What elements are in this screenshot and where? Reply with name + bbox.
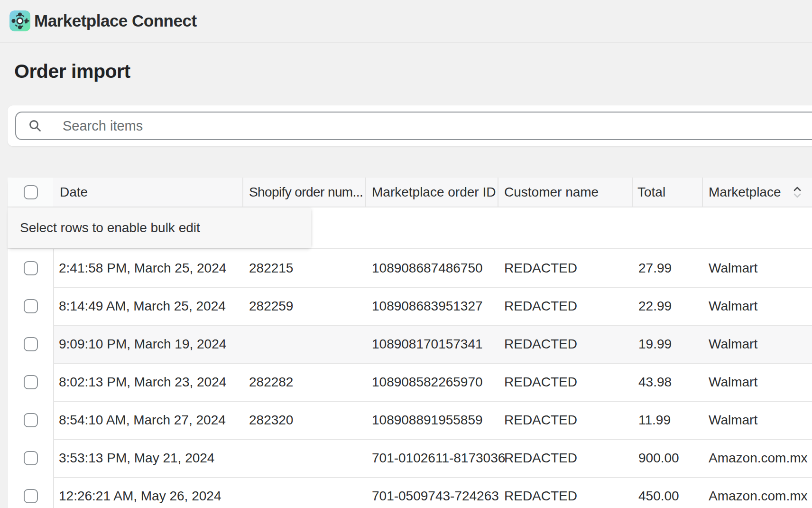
- cell-marketplace-order-id: 701-0509743-724263: [366, 477, 498, 508]
- cell-customer-name: REDACTED: [498, 477, 633, 508]
- cell-marketplace-order-id: 108908683951327: [366, 287, 498, 325]
- row-checkbox-cell: [8, 249, 53, 287]
- row-checkbox[interactable]: [24, 261, 38, 275]
- cell-date: 9:09:10 PM, March 19, 2024: [53, 325, 243, 363]
- cell-shopify-order-number: 282282: [243, 363, 366, 401]
- cell-customer-name: REDACTED: [498, 439, 633, 477]
- table-row: 3:53:13 PM, May 21, 2024 701-0102611-817…: [8, 439, 812, 477]
- app-title: Marketplace Connect: [34, 11, 197, 30]
- search-placeholder: Search items: [63, 118, 143, 134]
- cell-shopify-order-number: 282320: [243, 401, 366, 439]
- table-header-row: Date Shopify order num... Marketplace or…: [8, 178, 812, 207]
- table-body: 2:41:58 PM, March 25, 2024 282215 108908…: [8, 249, 812, 508]
- row-content[interactable]: 8:02:13 PM, March 23, 2024 282282 108908…: [53, 363, 812, 401]
- table-row: 8:54:10 AM, March 27, 2024 282320 108908…: [8, 401, 812, 439]
- cell-marketplace-order-id: 108908687486750: [366, 249, 498, 287]
- cell-customer-name: REDACTED: [498, 249, 633, 287]
- row-checkbox-cell: [8, 401, 53, 439]
- column-header-total[interactable]: Total: [633, 178, 703, 207]
- row-checkbox[interactable]: [24, 413, 38, 427]
- cell-marketplace: Walmart: [703, 401, 812, 439]
- row-checkbox[interactable]: [24, 337, 38, 351]
- table-row: 9:09:10 PM, March 19, 2024 1089081701573…: [8, 325, 812, 363]
- cell-shopify-order-number: [243, 477, 366, 508]
- app-logo-icon: [9, 10, 30, 31]
- cell-customer-name: REDACTED: [498, 401, 633, 439]
- select-all-cell: [8, 178, 53, 207]
- cell-customer-name: REDACTED: [498, 287, 633, 325]
- select-all-checkbox[interactable]: [24, 185, 38, 199]
- cell-total: 22.99: [633, 287, 703, 325]
- cell-total: 27.99: [633, 249, 703, 287]
- row-content[interactable]: 8:14:49 AM, March 25, 2024 282259 108908…: [53, 287, 812, 325]
- search-input[interactable]: Search items: [15, 112, 812, 140]
- cell-marketplace: Walmart: [703, 249, 812, 287]
- search-card: Search items: [8, 105, 812, 146]
- cell-customer-name: REDACTED: [498, 325, 633, 363]
- column-header-marketplace-order-id[interactable]: Marketplace order ID: [366, 178, 498, 207]
- cell-marketplace-order-id: 701-0102611-8173036: [366, 439, 498, 477]
- cell-customer-name: REDACTED: [498, 363, 633, 401]
- row-checkbox-cell: [8, 287, 53, 325]
- row-checkbox-cell: [8, 325, 53, 363]
- cell-marketplace-order-id: 108908582265970: [366, 363, 498, 401]
- cell-total: 450.00: [633, 477, 703, 508]
- row-checkbox-cell: [8, 363, 53, 401]
- cell-total: 19.99: [633, 325, 703, 363]
- row-checkbox-cell: [8, 477, 53, 508]
- cell-date: 8:02:13 PM, March 23, 2024: [53, 363, 243, 401]
- row-checkbox[interactable]: [24, 489, 38, 503]
- column-header-marketplace-label: Marketplace: [709, 185, 781, 200]
- orders-table: Date Shopify order num... Marketplace or…: [8, 178, 812, 508]
- column-header-shopify-order-number[interactable]: Shopify order num...: [243, 178, 366, 207]
- table-row: 8:14:49 AM, March 25, 2024 282259 108908…: [8, 287, 812, 325]
- cell-marketplace: Walmart: [703, 325, 812, 363]
- row-content[interactable]: 12:26:21 AM, May 26, 2024 701-0509743-72…: [53, 477, 812, 508]
- row-checkbox-cell: [8, 439, 53, 477]
- cell-total: 11.99: [633, 401, 703, 439]
- cell-total: 43.98: [633, 363, 703, 401]
- cell-shopify-order-number: 282215: [243, 249, 366, 287]
- bulk-edit-hint-band: Select rows to enable bulk edit: [8, 207, 812, 249]
- search-icon: [28, 119, 42, 132]
- cell-date: 12:26:21 AM, May 26, 2024: [53, 477, 243, 508]
- column-header-customer-name[interactable]: Customer name: [498, 178, 633, 207]
- cell-date: 8:14:49 AM, March 25, 2024: [53, 287, 243, 325]
- cell-shopify-order-number: 282259: [243, 287, 366, 325]
- row-content[interactable]: 8:54:10 AM, March 27, 2024 282320 108908…: [53, 401, 812, 439]
- cell-total: 900.00: [633, 439, 703, 477]
- row-content[interactable]: 9:09:10 PM, March 19, 2024 1089081701573…: [53, 325, 812, 363]
- cell-shopify-order-number: [243, 439, 366, 477]
- cell-shopify-order-number: [243, 325, 366, 363]
- cell-marketplace: Walmart: [703, 287, 812, 325]
- sort-direction-icon[interactable]: [794, 186, 801, 198]
- table-row: 8:02:13 PM, March 23, 2024 282282 108908…: [8, 363, 812, 401]
- cell-marketplace-order-id: 108908891955859: [366, 401, 498, 439]
- row-content[interactable]: 2:41:58 PM, March 25, 2024 282215 108908…: [53, 249, 812, 287]
- bulk-edit-hint: Select rows to enable bulk edit: [8, 207, 311, 248]
- cell-marketplace: Amazon.com.mx: [703, 439, 812, 477]
- column-header-marketplace[interactable]: Marketplace: [703, 178, 812, 207]
- row-checkbox[interactable]: [24, 299, 38, 313]
- cell-date: 3:53:13 PM, May 21, 2024: [53, 439, 243, 477]
- column-header-date[interactable]: Date: [53, 178, 243, 207]
- cell-date: 8:54:10 AM, March 27, 2024: [53, 401, 243, 439]
- table-row: 12:26:21 AM, May 26, 2024 701-0509743-72…: [8, 477, 812, 508]
- row-checkbox[interactable]: [24, 375, 38, 389]
- cell-date: 2:41:58 PM, March 25, 2024: [53, 249, 243, 287]
- row-checkbox[interactable]: [24, 451, 38, 465]
- top-bar: Marketplace Connect: [0, 0, 812, 43]
- table-row: 2:41:58 PM, March 25, 2024 282215 108908…: [8, 249, 812, 287]
- row-content[interactable]: 3:53:13 PM, May 21, 2024 701-0102611-817…: [53, 439, 812, 477]
- cell-marketplace: Walmart: [703, 363, 812, 401]
- cell-marketplace: Amazon.com.mx: [703, 477, 812, 508]
- cell-marketplace-order-id: 108908170157341: [366, 325, 498, 363]
- page-title: Order import: [14, 60, 130, 83]
